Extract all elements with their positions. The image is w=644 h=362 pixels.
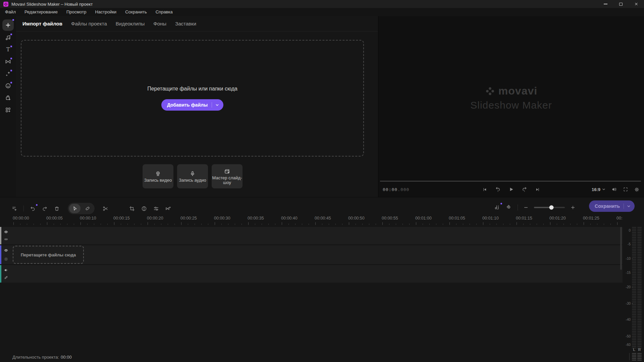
timeline-vertical-scrollbar[interactable] <box>620 227 622 270</box>
meter-db-label: 0 <box>623 229 631 232</box>
track-row-video[interactable]: Перетащите файлы сюда <box>0 245 623 264</box>
meter-segment <box>637 276 642 277</box>
sidebar-item-import[interactable] <box>2 19 14 31</box>
sidebar-item-stickers[interactable] <box>2 80 14 92</box>
timeline-ruler[interactable]: 00:00:0000:00:0500:00:1000:00:1500:00:20… <box>0 216 623 226</box>
sidebar-item-music[interactable] <box>2 32 14 44</box>
eye-icon[interactable] <box>4 248 8 253</box>
magnet-button[interactable] <box>506 204 512 210</box>
link-icon[interactable] <box>4 237 8 242</box>
meter-segment <box>637 292 642 293</box>
ruler-tick-minor <box>443 224 443 225</box>
tab[interactable]: Заставки <box>175 21 196 26</box>
pointer-tool-button[interactable] <box>69 204 80 213</box>
settings-button[interactable] <box>634 187 640 192</box>
tab[interactable]: Файлы проекта <box>71 21 107 26</box>
maximize-button[interactable] <box>613 0 629 8</box>
slideshow-wizard-icon <box>224 168 230 175</box>
zoom-out-button[interactable] <box>523 205 529 210</box>
undo-button[interactable] <box>30 205 36 212</box>
volume-button[interactable] <box>611 186 617 192</box>
timeline-zoom-slider[interactable] <box>534 207 565 208</box>
meter-segment <box>637 333 642 334</box>
delete-button[interactable] <box>54 205 60 212</box>
unlink-icon[interactable] <box>4 275 8 280</box>
seek-bar[interactable] <box>380 181 641 182</box>
sidebar-item-titles[interactable]: T <box>2 44 14 56</box>
sidebar-item-transitions[interactable] <box>2 56 14 68</box>
menu-item[interactable]: Сохранить <box>121 8 151 16</box>
tab[interactable]: Импорт файлов <box>22 21 62 26</box>
ruler-tick-minor <box>389 224 389 225</box>
play-button[interactable] <box>508 186 514 192</box>
menu-item[interactable]: Настройки <box>91 8 121 16</box>
track-dropzone[interactable]: Перетащите файлы сюда <box>13 246 84 264</box>
add-transition-button[interactable] <box>165 205 171 212</box>
undo-icon <box>30 205 36 212</box>
sidebar-item-more[interactable] <box>2 104 14 116</box>
record-video-button[interactable]: Запись видео <box>143 164 173 188</box>
meter-segment <box>632 240 636 241</box>
meter-segment <box>632 234 636 235</box>
ruler-tick-minor <box>530 224 530 225</box>
meter-segment <box>637 331 642 332</box>
add-files-button[interactable]: Добавить файлы <box>161 99 223 111</box>
ruler-tick-minor <box>288 224 289 225</box>
add-track-button[interactable] <box>11 205 18 212</box>
clip-select-tool-button[interactable] <box>82 204 93 213</box>
tab[interactable]: Видеоклипы <box>116 21 145 26</box>
save-button[interactable]: Сохранить <box>589 200 635 212</box>
menu-item[interactable]: Файл <box>1 8 20 16</box>
color-adjust-button[interactable] <box>141 205 147 212</box>
eye-icon[interactable] <box>4 230 8 234</box>
skip-to-end-button[interactable] <box>535 187 540 192</box>
slider-thumb[interactable] <box>549 205 554 209</box>
ruler-tick <box>282 222 282 225</box>
menu-item[interactable]: Справка <box>151 8 177 16</box>
crop-button[interactable] <box>129 205 135 212</box>
preview-watermark: movavi Slideshow Maker <box>378 85 644 111</box>
ruler-tick-minor <box>168 224 168 225</box>
zoom-in-button[interactable] <box>570 205 576 210</box>
meter-segment <box>637 336 642 337</box>
step-forward-button[interactable]: 1 <box>522 186 528 192</box>
sidebar-item-store[interactable] <box>2 92 14 104</box>
auto-transition-burst-icon[interactable] <box>4 257 8 261</box>
ruler-tick-minor <box>27 224 27 225</box>
record-audio-button[interactable]: Запись аудио <box>177 164 208 188</box>
close-button[interactable] <box>629 0 644 8</box>
filters-button[interactable] <box>153 205 159 212</box>
step-back-button[interactable]: 1 <box>495 186 501 192</box>
minimize-button[interactable] <box>598 0 613 8</box>
meter-segment <box>632 286 636 287</box>
skip-to-start-button[interactable] <box>482 187 487 192</box>
redo-button[interactable] <box>42 205 48 212</box>
file-dropzone[interactable]: Перетащите файлы или папки сюда Добавить… <box>21 40 364 157</box>
menu-item[interactable]: Просмотр <box>62 8 91 16</box>
meter-db-label: -5 <box>623 242 631 246</box>
ruler-tick-minor <box>40 224 41 225</box>
meter-segment <box>632 227 636 228</box>
fullscreen-button[interactable] <box>623 187 628 192</box>
slideshow-wizard-button[interactable]: Мастер слайд-шоу <box>212 164 243 188</box>
meter-segment <box>637 235 642 236</box>
meter-segment <box>637 245 642 246</box>
ruler-label: 00:00:45 <box>315 216 331 221</box>
tab[interactable]: Фоны <box>153 21 166 26</box>
track-row-audio[interactable] <box>0 265 623 283</box>
meter-segment <box>637 321 642 322</box>
ruler-tick-minor <box>610 224 611 225</box>
more-apps-icon <box>5 107 11 113</box>
sidebar-item-effects[interactable] <box>2 68 14 80</box>
aspect-ratio-select[interactable]: 16:9 <box>592 187 605 192</box>
speaker-icon[interactable] <box>4 268 8 273</box>
meter-segment <box>637 327 642 328</box>
ruler-label: 00:00:30 <box>214 216 230 221</box>
audio-tools-button[interactable] <box>494 204 500 210</box>
transport-controls: 1 1 <box>482 186 540 192</box>
track-row-titles[interactable] <box>0 227 623 244</box>
plus-icon <box>570 205 576 210</box>
cut-button[interactable] <box>102 205 109 212</box>
ruler-label: 00:01:15 <box>516 216 532 221</box>
menu-item[interactable]: Редактирование <box>20 8 62 16</box>
